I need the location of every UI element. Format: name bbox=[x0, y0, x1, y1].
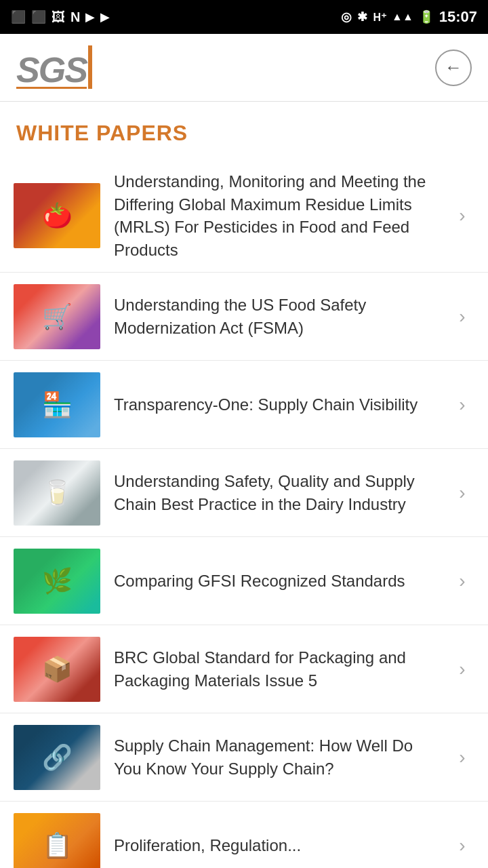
item-title-5: Comparing GFSI Recognized Standards bbox=[114, 570, 443, 593]
item-image-icon-7: 🔗 bbox=[14, 725, 100, 790]
back-button[interactable]: ← bbox=[435, 50, 472, 86]
item-thumbnail-3: 🏪 bbox=[14, 372, 100, 437]
section-title-container: WHITE PAPERS bbox=[0, 102, 488, 159]
status-right-icons: ◎ ✱ H⁺ ▲▲ 🔋 15:07 bbox=[341, 8, 477, 26]
logo-text: SGS bbox=[16, 50, 87, 90]
item-thumbnail-6: 📦 bbox=[14, 637, 100, 702]
item-thumbnail-2: 🛒 bbox=[14, 284, 100, 349]
chevron-right-icon-1: › bbox=[450, 205, 474, 226]
item-image-icon-4: 🥛 bbox=[14, 460, 100, 526]
item-title-2: Understanding the US Food Safety Moderni… bbox=[114, 294, 443, 339]
item-image-icon-2: 🛒 bbox=[14, 284, 100, 349]
back-arrow-icon: ← bbox=[445, 57, 462, 78]
network-icon: ▲▲ bbox=[392, 11, 413, 23]
wifi-icon: ◎ bbox=[341, 9, 352, 24]
list-item[interactable]: 🔗 Supply Chain Management: How Well Do Y… bbox=[0, 713, 488, 802]
list-item[interactable]: 🍅 Understanding, Monitoring and Meeting … bbox=[0, 159, 488, 273]
item-image-icon-3: 🏪 bbox=[14, 372, 100, 437]
n-icon: N bbox=[70, 9, 80, 25]
item-title-3: Transparency-One: Supply Chain Visibilit… bbox=[114, 393, 443, 416]
logo-wrapper: SGS bbox=[16, 45, 92, 90]
chevron-right-icon-7: › bbox=[450, 747, 474, 768]
item-title-6: BRC Global Standard for Packaging and Pa… bbox=[114, 646, 443, 692]
status-left-icons: ⬛ ⬛ 🖼 N ▶ ▶ bbox=[11, 9, 110, 25]
list-item[interactable]: 🥛 Understanding Safety, Quality and Supp… bbox=[0, 449, 488, 537]
chevron-right-icon-4: › bbox=[450, 482, 474, 504]
gallery-icon: 🖼 bbox=[52, 9, 65, 25]
play-icon-2: ▶ bbox=[100, 9, 110, 24]
battery-icon: 🔋 bbox=[419, 9, 434, 24]
item-title-8: Proliferation, Regulation... bbox=[114, 834, 443, 857]
item-title-1: Understanding, Monitoring and Meeting th… bbox=[114, 170, 443, 261]
bluetooth-icon: ✱ bbox=[357, 9, 367, 24]
chevron-right-icon-6: › bbox=[450, 658, 474, 680]
item-image-icon-5: 🌿 bbox=[14, 549, 100, 614]
item-image-icon-8: 📋 bbox=[14, 813, 100, 868]
list-item[interactable]: 🌿 Comparing GFSI Recognized Standards › bbox=[0, 537, 488, 625]
skype-icon-1: ⬛ bbox=[11, 9, 26, 24]
list-item[interactable]: 🛒 Understanding the US Food Safety Moder… bbox=[0, 273, 488, 361]
chevron-right-icon-8: › bbox=[450, 835, 474, 856]
item-title-4: Understanding Safety, Quality and Supply… bbox=[114, 470, 443, 515]
status-bar: ⬛ ⬛ 🖼 N ▶ ▶ ◎ ✱ H⁺ ▲▲ 🔋 15:07 bbox=[0, 0, 488, 34]
item-image-icon-1: 🍅 bbox=[14, 183, 100, 248]
white-papers-list: 🍅 Understanding, Monitoring and Meeting … bbox=[0, 159, 488, 868]
item-title-7: Supply Chain Management: How Well Do You… bbox=[114, 734, 443, 780]
item-image-icon-6: 📦 bbox=[14, 637, 100, 702]
list-item[interactable]: 📋 Proliferation, Regulation... › bbox=[0, 802, 488, 868]
chevron-right-icon-3: › bbox=[450, 394, 474, 416]
item-thumbnail-8: 📋 bbox=[14, 813, 100, 868]
chevron-right-icon-2: › bbox=[450, 306, 474, 328]
section-title-text: WHITE PAPERS bbox=[16, 121, 188, 145]
list-item[interactable]: 📦 BRC Global Standard for Packaging and … bbox=[0, 625, 488, 713]
signal-icon: H⁺ bbox=[373, 11, 386, 24]
header: SGS ← bbox=[0, 34, 488, 102]
item-thumbnail-1: 🍅 bbox=[14, 183, 100, 248]
skype-icon-2: ⬛ bbox=[31, 9, 46, 24]
item-thumbnail-4: 🥛 bbox=[14, 460, 100, 526]
play-icon-1: ▶ bbox=[85, 9, 95, 24]
status-time: 15:07 bbox=[439, 8, 477, 26]
chevron-right-icon-5: › bbox=[450, 570, 474, 592]
item-thumbnail-5: 🌿 bbox=[14, 549, 100, 614]
logo: SGS bbox=[16, 45, 92, 90]
list-item[interactable]: 🏪 Transparency-One: Supply Chain Visibil… bbox=[0, 361, 488, 449]
item-thumbnail-7: 🔗 bbox=[14, 725, 100, 790]
